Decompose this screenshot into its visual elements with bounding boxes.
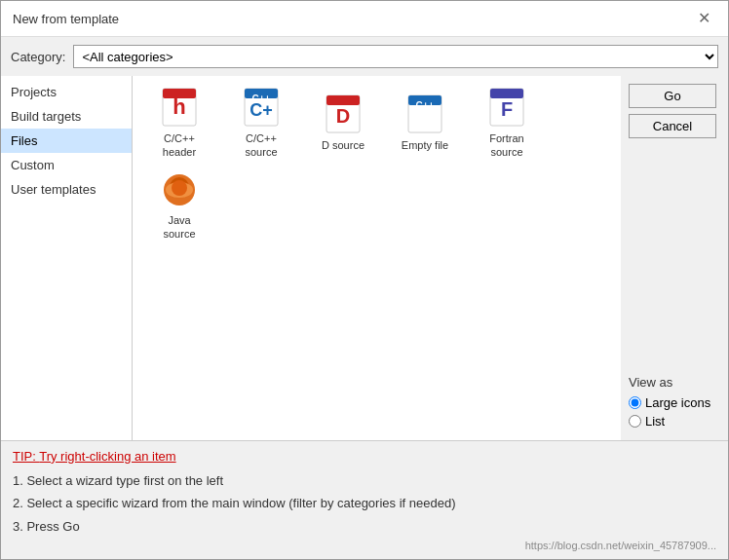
content-area: h C/C++header C+ C++ bbox=[133, 76, 621, 440]
cancel-button[interactable]: Cancel bbox=[629, 114, 716, 138]
tip-text: TIP: Try right-clicking an item bbox=[13, 449, 716, 464]
view-large-icons-label: Large icons bbox=[645, 395, 710, 410]
fortran-source-icon: F bbox=[486, 87, 527, 128]
cpp-header-icon: h bbox=[159, 87, 200, 128]
svg-text:C++: C++ bbox=[416, 100, 435, 111]
template-d-source[interactable]: D D source bbox=[304, 84, 382, 162]
dialog-window: New from template ✕ Category: <All categ… bbox=[0, 0, 729, 560]
title-bar: New from template ✕ bbox=[1, 1, 728, 37]
fortran-source-label: Fortransource bbox=[489, 131, 523, 160]
cpp-header-label: C/C++header bbox=[163, 131, 196, 160]
hint-2: 2. Select a specific wizard from the mai… bbox=[13, 492, 716, 514]
category-label: Category: bbox=[11, 50, 65, 64]
go-button[interactable]: Go bbox=[629, 84, 716, 108]
sidebar-item-build-targets[interactable]: Build targets bbox=[1, 104, 132, 129]
template-cpp-source[interactable]: C+ C++ C/C++source bbox=[222, 84, 300, 162]
sidebar-item-projects[interactable]: Projects bbox=[1, 80, 132, 104]
hint-1: 1. Select a wizard type first on the lef… bbox=[13, 469, 716, 492]
svg-rect-14 bbox=[490, 89, 523, 98]
d-source-icon: D bbox=[323, 93, 364, 134]
java-source-icon bbox=[159, 168, 200, 209]
sidebar-item-files[interactable]: Files bbox=[1, 129, 132, 153]
empty-file-icon: C++ bbox=[404, 93, 445, 134]
category-row: Category: <All categories>C/C++DFortranJ… bbox=[1, 37, 728, 76]
empty-file-label: Empty file bbox=[402, 138, 448, 152]
svg-point-19 bbox=[172, 180, 187, 196]
sidebar-item-user-templates[interactable]: User templates bbox=[1, 177, 132, 202]
cpp-source-label: C/C++source bbox=[245, 131, 277, 160]
svg-rect-2 bbox=[163, 89, 196, 98]
view-large-icons-radio[interactable] bbox=[629, 396, 641, 409]
dialog-title: New from template bbox=[13, 12, 119, 26]
java-source-label: Javasource bbox=[163, 213, 195, 242]
cpp-source-icon: C+ C++ bbox=[241, 87, 282, 128]
template-java-source[interactable]: Javasource bbox=[140, 166, 218, 243]
right-panel: Go Cancel View as Large icons List bbox=[621, 76, 728, 440]
close-button[interactable]: ✕ bbox=[692, 9, 716, 28]
url-bar: https://blog.csdn.net/weixin_45787909... bbox=[13, 540, 716, 551]
icon-grid: h C/C++header C+ C++ bbox=[140, 84, 613, 243]
d-source-label: D source bbox=[322, 138, 364, 152]
template-fortran-source[interactable]: F Fortransource bbox=[468, 84, 546, 162]
svg-text:C++: C++ bbox=[252, 93, 271, 104]
bottom-area: TIP: Try right-clicking an item 1. Selec… bbox=[1, 440, 728, 559]
view-list-radio[interactable] bbox=[629, 415, 641, 428]
main-area: Projects Build targets Files Custom User… bbox=[1, 76, 728, 440]
tip-prefix: TIP: bbox=[13, 449, 39, 464]
template-empty-file[interactable]: C++ Empty file bbox=[386, 84, 464, 162]
template-cpp-header[interactable]: h C/C++header bbox=[140, 84, 218, 162]
tip-link[interactable]: Try right-clicking an item bbox=[39, 449, 175, 464]
view-list-option[interactable]: List bbox=[629, 414, 720, 429]
view-list-label: List bbox=[645, 414, 665, 429]
svg-text:F: F bbox=[501, 98, 513, 120]
sidebar: Projects Build targets Files Custom User… bbox=[1, 76, 133, 440]
hint-text: 1. Select a wizard type first on the lef… bbox=[13, 469, 716, 538]
hint-3: 3. Press Go bbox=[13, 515, 716, 538]
view-as-label: View as bbox=[629, 375, 720, 390]
svg-rect-8 bbox=[326, 95, 360, 105]
view-as-panel: View as Large icons List bbox=[629, 375, 720, 432]
view-large-icons-option[interactable]: Large icons bbox=[629, 395, 720, 410]
category-select[interactable]: <All categories>C/C++DFortranJava bbox=[73, 45, 718, 68]
svg-text:D: D bbox=[336, 105, 350, 127]
sidebar-item-custom[interactable]: Custom bbox=[1, 153, 132, 177]
